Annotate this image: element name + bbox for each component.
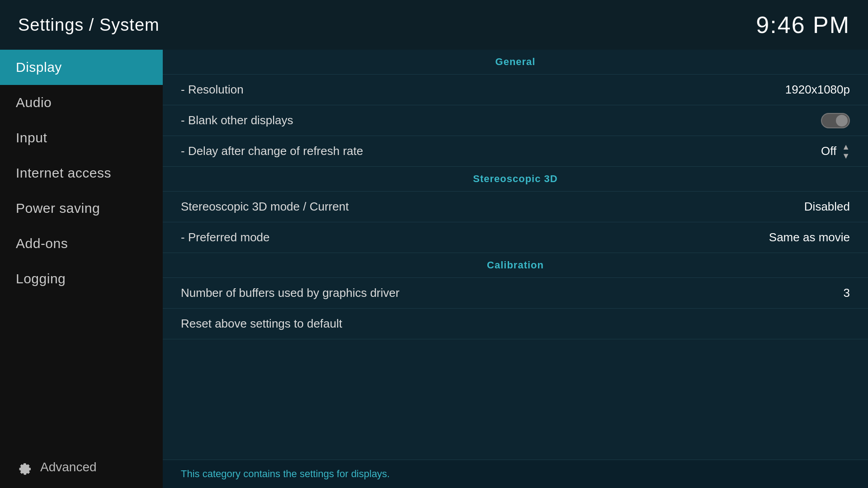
section-header-calibration: Calibration [163,253,868,278]
3d-mode-value: Disabled [804,200,850,214]
sidebar-label-display: Display [16,60,62,75]
setting-delay-refresh[interactable]: - Delay after change of refresh rate Off… [163,136,868,167]
chevron-up-icon[interactable]: ▲ [842,143,850,151]
delay-refresh-value-container: Off ▲ ▼ [821,143,850,160]
header: Settings / System 9:46 PM [0,0,868,50]
sidebar-label-add-ons: Add-ons [16,236,68,251]
page-title: Settings / System [18,15,160,35]
setting-preferred-mode[interactable]: - Preferred mode Same as movie [163,222,868,253]
status-text: This category contains the settings for … [181,468,390,479]
setting-resolution[interactable]: - Resolution 1920x1080p [163,75,868,105]
sidebar-label-audio: Audio [16,95,52,110]
advanced-button[interactable]: Advanced [0,446,163,488]
sidebar-spacer [0,296,163,446]
setting-3d-mode[interactable]: Stereoscopic 3D mode / Current Disabled [163,192,868,222]
status-bar: This category contains the settings for … [163,460,868,488]
clock: 9:46 PM [756,11,850,38]
sidebar-label-logging: Logging [16,271,66,286]
sidebar-label-input: Input [16,130,47,145]
buffers-label: Number of buffers used by graphics drive… [181,286,400,300]
sidebar-item-add-ons[interactable]: Add-ons [0,226,163,261]
sidebar-item-audio[interactable]: Audio [0,85,163,120]
gear-icon [16,459,32,475]
section-header-general: General [163,50,868,75]
sidebar: Display Audio Input Internet access Powe… [0,50,163,488]
setting-reset[interactable]: Reset above settings to default [163,309,868,339]
main-layout: Display Audio Input Internet access Powe… [0,50,868,488]
delay-refresh-label: - Delay after change of refresh rate [181,144,363,158]
section-header-3d: Stereoscopic 3D [163,167,868,192]
buffers-value: 3 [844,286,850,300]
advanced-label: Advanced [40,460,97,474]
delay-refresh-chevrons[interactable]: ▲ ▼ [842,143,850,160]
resolution-label: - Resolution [181,83,244,97]
delay-refresh-value: Off [821,144,836,158]
chevron-down-icon[interactable]: ▼ [842,152,850,160]
blank-displays-toggle-container [821,113,850,128]
sidebar-label-internet-access: Internet access [16,165,111,180]
blank-displays-toggle[interactable] [821,113,850,128]
sidebar-item-input[interactable]: Input [0,120,163,155]
sidebar-item-display[interactable]: Display [0,50,163,85]
preferred-mode-value: Same as movie [769,230,850,244]
resolution-value: 1920x1080p [785,83,850,97]
sidebar-label-power-saving: Power saving [16,201,100,216]
setting-buffers[interactable]: Number of buffers used by graphics drive… [163,278,868,309]
sidebar-item-logging[interactable]: Logging [0,261,163,296]
3d-mode-label: Stereoscopic 3D mode / Current [181,200,349,214]
settings-area: General - Resolution 1920x1080p - Blank … [163,50,868,460]
sidebar-item-power-saving[interactable]: Power saving [0,191,163,226]
content-area: General - Resolution 1920x1080p - Blank … [163,50,868,488]
preferred-mode-label: - Preferred mode [181,230,270,244]
sidebar-item-internet-access[interactable]: Internet access [0,155,163,191]
reset-label: Reset above settings to default [181,317,342,331]
blank-displays-label: - Blank other displays [181,113,293,127]
setting-blank-displays[interactable]: - Blank other displays [163,105,868,136]
